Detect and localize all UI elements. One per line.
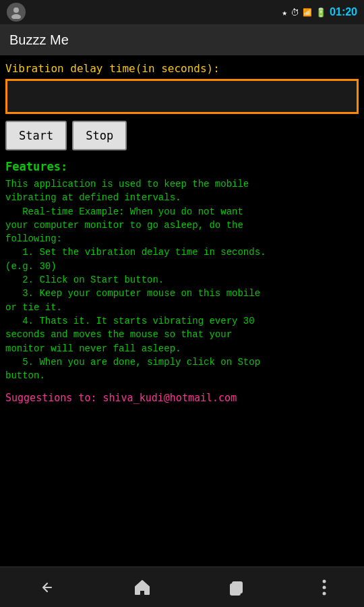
avatar-icon	[7, 3, 26, 22]
delay-input[interactable]	[5, 79, 359, 114]
status-time: 01:20	[330, 6, 357, 18]
bottom-nav	[0, 567, 364, 607]
start-button[interactable]: Start	[5, 121, 67, 150]
svg-point-6	[322, 585, 326, 589]
title-bar: Buzzz Me	[0, 24, 364, 55]
suggestions-text: Suggestions to: shiva_kudi@hotmail.com	[5, 392, 359, 404]
signal-icon: 📶	[303, 8, 312, 17]
svg-rect-4	[231, 585, 239, 594]
battery-icon: 🔋	[315, 7, 326, 18]
status-icons: ★ ⏱ 📶 🔋 01:20	[282, 6, 357, 18]
home-button[interactable]	[122, 573, 162, 602]
buttons-row: Start Stop	[5, 121, 359, 150]
bluetooth-icon: ★	[282, 7, 287, 18]
features-text: This application is used to keep the mob…	[5, 177, 359, 382]
svg-point-0	[13, 7, 19, 13]
menu-button[interactable]	[311, 574, 337, 601]
app-title: Buzzz Me	[9, 32, 69, 48]
svg-point-1	[11, 14, 21, 19]
back-button[interactable]	[27, 573, 67, 602]
svg-point-7	[322, 591, 326, 595]
status-bar: ★ ⏱ 📶 🔋 01:20	[0, 0, 364, 24]
svg-point-5	[322, 579, 326, 583]
status-left	[7, 3, 26, 22]
main-content: Vibration delay time(in seconds): Start …	[0, 55, 364, 567]
features-header: Features:	[5, 160, 359, 173]
vibration-label: Vibration delay time(in seconds):	[5, 62, 359, 75]
alarm-icon: ⏱	[291, 7, 299, 18]
stop-button[interactable]: Stop	[72, 121, 127, 150]
recent-apps-button[interactable]	[216, 573, 257, 602]
